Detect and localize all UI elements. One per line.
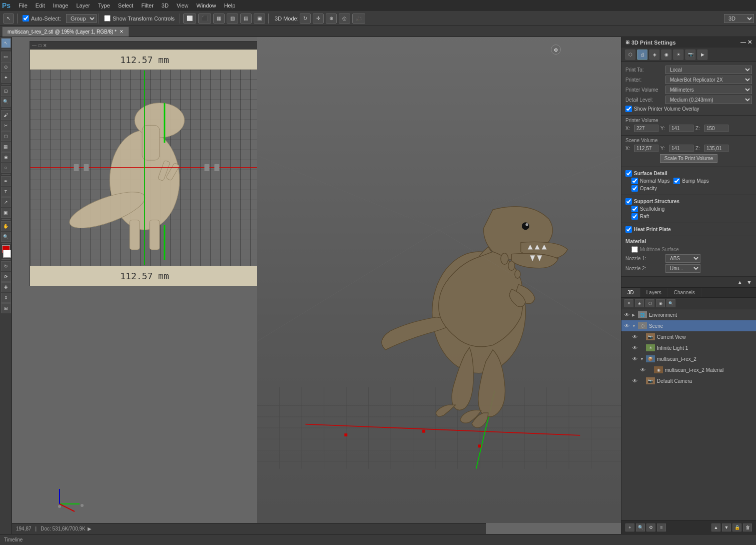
crop-tool[interactable]: ⊡	[1, 86, 11, 96]
pen-tool[interactable]: ✒	[1, 176, 11, 186]
dodge-tool[interactable]: ○	[1, 163, 11, 173]
menu-filter[interactable]: Filter	[137, 2, 157, 10]
adjust-btn[interactable]: ≡	[657, 523, 666, 531]
raft-checkbox[interactable]	[631, 213, 638, 220]
menu-layer[interactable]: Layer	[72, 2, 94, 10]
auto-select-check[interactable]: Auto-Select:	[23, 15, 61, 22]
support-structures-checkbox[interactable]	[625, 198, 632, 205]
currentview-vis-icon[interactable]: 👁	[631, 333, 638, 340]
export-btn[interactable]: ▼	[722, 523, 731, 531]
3d-scale-tool[interactable]: ⊞	[1, 303, 11, 313]
multitone-checkbox[interactable]	[631, 246, 638, 253]
marquee-tool[interactable]: ▭	[1, 52, 11, 62]
mini-preview-expand[interactable]: □	[39, 43, 41, 48]
compass-rose[interactable]: ⊕	[551, 45, 561, 55]
3d-rotate-btn[interactable]: ↻	[300, 14, 311, 24]
blur-tool[interactable]: ◉	[1, 152, 11, 162]
layer-scene[interactable]: 👁 ▼ ⬡ Scene	[621, 320, 756, 331]
menu-window[interactable]: Window	[193, 2, 220, 10]
heat-print-plate-checkbox[interactable]	[625, 226, 632, 233]
layer-environment[interactable]: 👁 ▶ 🌐 Environment	[621, 309, 756, 320]
3d-viewport[interactable]: ⊕	[257, 37, 621, 523]
menu-file[interactable]: File	[15, 2, 32, 10]
menu-type[interactable]: Type	[94, 2, 114, 10]
mini-preview-minimize[interactable]: —	[32, 43, 37, 48]
panel-close-icon[interactable]: ✕	[747, 39, 752, 46]
menu-image[interactable]: Image	[49, 2, 73, 10]
show-transform-check[interactable]: Show Transform Controls	[104, 15, 175, 22]
3d-roll-tool[interactable]: ⟳	[1, 272, 11, 282]
align-btn-5[interactable]: ▤	[240, 14, 252, 24]
mini-preview-close-btn[interactable]: ✕	[43, 43, 47, 48]
env-expand-icon[interactable]: ▶	[632, 313, 638, 317]
layer-trex-material[interactable]: 👁 ◉ multiscan_t-rex_2 Material	[621, 364, 756, 375]
print-icon-btn[interactable]: 🖨	[637, 50, 647, 60]
trex-mat-vis-icon[interactable]: 👁	[639, 366, 646, 373]
scale-to-print-btn[interactable]: Scale To Print Volume	[660, 154, 718, 163]
printer-z-input[interactable]	[704, 125, 728, 132]
3d-camera-btn[interactable]: 🎥	[352, 14, 365, 24]
document-tab[interactable]: multiscan_t-rex_2.stl @ 195% (Layer 1, R…	[2, 27, 129, 37]
status-arrow[interactable]: ▶	[88, 526, 92, 531]
auto-select-checkbox[interactable]	[23, 15, 29, 22]
opacity-checkbox[interactable]	[631, 185, 638, 192]
layer-trex-mesh[interactable]: 👁 ▼ 📦 multiscan_t-rex_2	[621, 353, 756, 364]
3d-zoom-btn[interactable]: ⊕	[326, 14, 337, 24]
filter-color-btn[interactable]: ◉	[656, 299, 665, 307]
path-tool[interactable]: ↗	[1, 197, 11, 207]
camera-icon-btn[interactable]: 📷	[685, 50, 695, 60]
light-icon-btn[interactable]: ☀	[673, 50, 683, 60]
defcam-vis-icon[interactable]: 👁	[631, 377, 638, 384]
menu-edit[interactable]: Edit	[32, 2, 49, 10]
normal-maps-checkbox[interactable]	[631, 178, 638, 184]
brush-tool[interactable]: 🖌	[1, 110, 11, 120]
align-btn-4[interactable]: ▥	[227, 14, 238, 24]
eyedropper-tool[interactable]: 🔍	[1, 97, 11, 107]
scene-icon-btn[interactable]: ⬡	[625, 50, 635, 60]
detail-level-dropdown[interactable]: Medium (0.243mm)	[665, 96, 752, 104]
print-to-dropdown[interactable]: Local	[665, 66, 752, 74]
shape-tool[interactable]: ▣	[1, 208, 11, 218]
scene-expand-icon[interactable]: ▼	[632, 324, 638, 328]
scene-z-input[interactable]	[704, 145, 728, 152]
bump-maps-checkbox[interactable]	[673, 178, 680, 184]
gradient-tool[interactable]: ▦	[1, 142, 11, 152]
prop-up-btn[interactable]: ▲	[737, 279, 742, 285]
trex-vis-icon[interactable]: 👁	[631, 355, 638, 362]
menu-3d[interactable]: 3D	[158, 2, 173, 10]
auto-select-dropdown[interactable]: Group	[66, 14, 97, 23]
mesh-icon-btn[interactable]: ◈	[649, 50, 659, 60]
layer-current-view[interactable]: 👁 📷 Current View	[621, 331, 756, 342]
3d-mode-dropdown[interactable]: 3D	[724, 14, 754, 23]
move-tool[interactable]: ↖	[1, 38, 11, 48]
hand-tool[interactable]: ✋	[1, 221, 11, 231]
filter-search-btn[interactable]: 🔍	[666, 299, 675, 307]
align-btn-6[interactable]: ▣	[254, 14, 265, 24]
lock-btn[interactable]: 🔒	[732, 523, 741, 531]
align-btn-2[interactable]: ⬛	[198, 14, 211, 24]
panel-minimize-icon[interactable]: —	[740, 39, 746, 46]
scaffolding-checkbox[interactable]	[631, 206, 638, 212]
scene-x-input[interactable]	[634, 145, 658, 152]
filter-lock-btn[interactable]: ⬡	[645, 299, 654, 307]
material-icon-btn[interactable]: ◉	[661, 50, 671, 60]
render-icon-btn[interactable]: ▶	[697, 50, 707, 60]
zoom-tool[interactable]: 🔍	[1, 232, 11, 242]
3d-pan-btn[interactable]: ✛	[313, 14, 324, 24]
tab-3d[interactable]: 3D	[621, 288, 640, 297]
printer-volume-dropdown[interactable]: Millimeters	[665, 86, 752, 94]
background-color[interactable]	[3, 250, 11, 258]
trex-expand-icon[interactable]: ▼	[640, 357, 646, 361]
3d-pan-tool[interactable]: ✚	[1, 282, 11, 292]
scene-y-input[interactable]	[669, 145, 693, 152]
show-printer-overlay-checkbox[interactable]	[625, 106, 632, 112]
3d-orbit-tool[interactable]: ↻	[1, 261, 11, 271]
align-btn-1[interactable]: ⬜	[183, 14, 196, 24]
env-vis-icon[interactable]: 👁	[623, 311, 630, 318]
show-transform-checkbox[interactable]	[104, 15, 111, 22]
text-tool[interactable]: T	[1, 187, 11, 197]
import-btn[interactable]: ▲	[711, 523, 720, 531]
filter-mode-btn[interactable]: ◈	[635, 299, 644, 307]
layer-default-camera[interactable]: 👁 📷 Default Camera	[621, 375, 756, 386]
3d-slide-tool[interactable]: ⇕	[1, 293, 11, 303]
